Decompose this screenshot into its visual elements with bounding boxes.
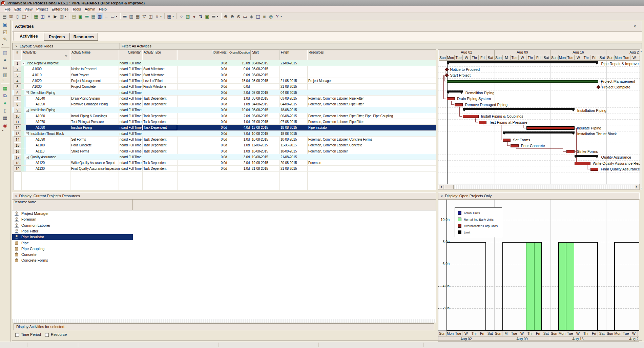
collapse-box-icon[interactable]: − (26, 91, 29, 94)
table-row[interactable]: 11A1070Test Piping at Pressurendard Full… (12, 119, 436, 125)
toolbar-resources-icon[interactable]: ● (191, 13, 198, 19)
toolbar-notebook-icon[interactable]: ▤ (71, 13, 77, 19)
resource-row[interactable]: Concrete (12, 252, 436, 258)
gantt-summary-bar[interactable] (575, 155, 599, 157)
table-row[interactable]: 16A1110Strike Formsndard Full TimeTask D… (12, 148, 436, 154)
collapse-box-icon[interactable]: − (26, 156, 29, 159)
resource-row[interactable]: Pipe Coupling (12, 246, 436, 252)
menu-tools[interactable]: Tools (70, 6, 83, 12)
gantt-loe-bar[interactable] (447, 80, 599, 83)
sidebar-report-icon[interactable]: ▯ (1, 107, 9, 114)
gantt-task-bar[interactable] (479, 121, 487, 124)
table-row[interactable]: 1−Pipe Repair & Improvendard Full Time0.… (12, 60, 436, 66)
toolbar-add-activity-icon[interactable]: ▣ (77, 13, 84, 19)
column-header-id[interactable]: Activity ID▽ (21, 50, 70, 61)
menu-file[interactable]: File (3, 6, 13, 12)
toolbar-group-dd-icon[interactable]: ◫ (147, 13, 154, 19)
dropdown-arrow-icon[interactable]: ▾ (172, 13, 175, 19)
toolbar-table-view-icon[interactable]: ▦ (33, 13, 39, 19)
sidebar-calculator-icon[interactable]: ▦ (1, 115, 9, 121)
toolbar-trace-icon[interactable]: ▥ (59, 13, 65, 19)
sidebar-open-project-icon[interactable]: ◰ (1, 28, 9, 35)
toolbar-directory-icon[interactable]: ◫ (21, 13, 27, 19)
table-gantt-splitter[interactable] (436, 49, 438, 190)
gantt-hscrollbar[interactable]: ◄ ► (438, 184, 640, 190)
toolbar-relationship-icon[interactable]: ▭ (109, 13, 116, 19)
toolbar-page-setup-icon[interactable]: ▯ (14, 13, 21, 19)
sidebar-green-grid-icon[interactable]: ▦ (1, 85, 9, 91)
window-titlebar[interactable]: Primavera P6 Professional R15.1 : PIPE R… (0, 0, 644, 6)
toolbar-bars-icon[interactable]: ☰ (122, 13, 128, 19)
row-number[interactable]: 11 (14, 119, 21, 125)
toolbar-picture-icon[interactable]: ▦ (90, 13, 97, 19)
collapse-box-icon[interactable]: − (26, 109, 29, 112)
row-number[interactable]: 17 (14, 154, 21, 160)
toolbar-diamond-icon[interactable]: ◈ (248, 13, 255, 19)
row-number[interactable]: 10 (14, 113, 21, 119)
table-row[interactable]: 4A1020Project Managementndard Full TimeL… (12, 78, 436, 84)
toolbar-help-icon[interactable]: ? (274, 13, 281, 19)
gantt-milestone[interactable] (445, 67, 449, 71)
table-row[interactable]: 19A1130Final Quality Assurance Inspectio… (12, 166, 436, 171)
table-row[interactable]: 13−Installation Thrust Blockndard Full T… (12, 131, 436, 137)
menu-view[interactable]: View (23, 6, 35, 12)
toolbar-zoom-fit-icon[interactable]: ⊙ (235, 13, 242, 19)
table-row[interactable]: 17−Quality Assurancendard Full Time0.0d3… (12, 154, 436, 160)
row-number[interactable]: 16 (14, 148, 21, 154)
row-number[interactable]: 12 (14, 125, 21, 130)
sidebar-document-icon[interactable]: ▭ (1, 64, 9, 71)
row-number[interactable]: 1 (14, 60, 21, 66)
gantt-task-bar-selected[interactable] (526, 126, 574, 130)
toolbar-zoom-in-icon[interactable]: ⊕ (223, 13, 229, 19)
tab-activities[interactable]: Activities (14, 32, 44, 41)
table-row[interactable]: 3A1010Start Projectndard Full TimeStart … (12, 72, 436, 78)
row-number[interactable]: 9 (14, 107, 21, 113)
gantt-milestone[interactable] (445, 74, 449, 77)
resource-col2-header[interactable] (133, 200, 436, 210)
sidebar-risk-icon[interactable]: ◉ (1, 122, 9, 129)
close-icon[interactable]: × (632, 24, 638, 29)
gantt-task-bar[interactable] (511, 144, 519, 147)
dropdown-arrow-icon[interactable]: ▾ (281, 13, 284, 19)
gantt-task-bar[interactable] (455, 103, 463, 106)
row-number[interactable]: 13 (14, 131, 21, 137)
gantt-task-bar[interactable] (566, 150, 575, 153)
sidebar-layers-icon[interactable]: ⧉ (1, 92, 9, 99)
row-number[interactable]: 15 (14, 142, 21, 148)
scroll-up-icon[interactable]: ▴ (640, 50, 642, 53)
column-header-name[interactable]: Activity Name (70, 50, 123, 61)
table-row[interactable]: 18A1120Write Quality Assurance Reportnda… (12, 160, 436, 166)
row-number[interactable]: 2 (14, 66, 21, 72)
resource-row[interactable]: Concrete Forms (12, 258, 436, 263)
row-number[interactable]: 19 (14, 166, 21, 171)
table-row[interactable]: 14A1090Set Formsndard Full TimeTask Depe… (12, 137, 436, 142)
toolbar-comment-icon[interactable]: ■ (261, 13, 268, 19)
tab-resources[interactable]: Resources (70, 33, 98, 41)
gantt-milestone[interactable] (597, 85, 600, 89)
column-header-type[interactable]: Activity Type (142, 50, 177, 61)
gantt-task-bar[interactable] (463, 115, 479, 118)
row-number[interactable]: 4 (14, 78, 21, 84)
toolbar-network-icon[interactable]: ▧ (185, 13, 191, 19)
row-number[interactable]: 7 (14, 96, 21, 101)
dropdown-arrow-icon[interactable]: ▾ (217, 13, 220, 19)
toolbar-resource-bars-icon[interactable]: ☰ (84, 13, 90, 19)
table-row[interactable]: 7A1040Drain Piping Systemndard Full Time… (12, 96, 436, 101)
toolbar-target-icon[interactable]: ◎ (268, 13, 274, 19)
dropdown-arrow-icon[interactable]: ▾ (116, 13, 119, 19)
gantt-summary-bar[interactable] (447, 61, 599, 63)
toolbar-number-dd-icon[interactable]: # (154, 13, 160, 19)
dropdown-arrow-icon[interactable]: ▾ (65, 13, 68, 19)
menu-help[interactable]: Help (97, 6, 109, 12)
menu-edit[interactable]: Edit (13, 6, 23, 12)
display-activities-bar[interactable]: Display Activities for selected... (14, 323, 434, 330)
column-header-finish[interactable]: Finish (279, 50, 307, 61)
menu-project[interactable]: Project (34, 6, 49, 12)
toolbar-zoom-out-icon[interactable]: ⊖ (229, 13, 235, 19)
toolbar-split-icon[interactable]: ▭ (242, 13, 248, 19)
column-header-float[interactable]: Total Float (177, 50, 228, 61)
scroll-down-icon[interactable]: ▾ (640, 187, 642, 189)
sidebar-add-project-icon[interactable]: ▣ (1, 21, 9, 28)
row-number[interactable]: 5 (14, 84, 21, 89)
dropdown-arrow-icon[interactable]: ▾ (27, 13, 30, 19)
